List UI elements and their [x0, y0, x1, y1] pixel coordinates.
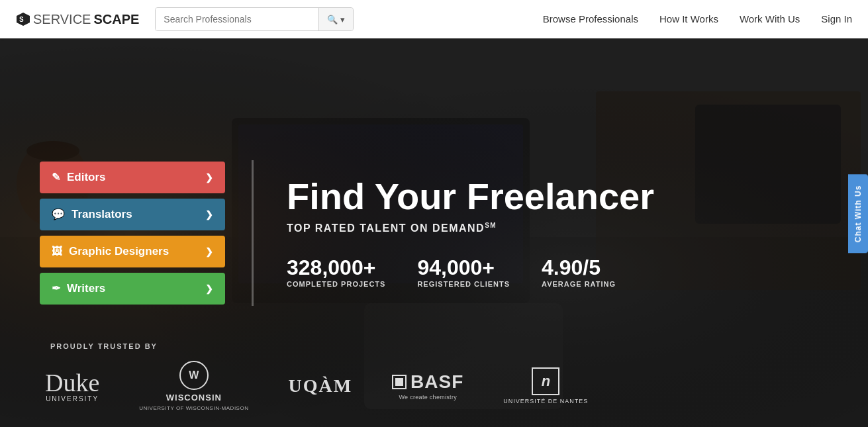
writers-chevron: ❯ — [205, 283, 213, 294]
nantes-logo: n UNIVERSITÉ DE NANTES — [503, 367, 588, 404]
hero-section: ✎ Editors ❯ 💬 Translators ❯ 🖼 Graphic De… — [0, 38, 868, 427]
editors-chevron: ❯ — [205, 172, 213, 183]
writers-icon: ✒ — [52, 282, 60, 295]
stat-rating-label: AVERAGE RATING — [542, 280, 616, 288]
translators-label: Translators — [72, 208, 132, 221]
trusted-section: PROUDLY TRUSTED BY Duke UNIVERSITY W WIS… — [0, 332, 868, 427]
category-writers-button[interactable]: ✒ Writers ❯ — [40, 273, 225, 305]
nav-sign-in[interactable]: Sign In — [821, 13, 852, 24]
stats-container: 328,000+ COMPLETED PROJECTS 94,000+ REGI… — [287, 256, 654, 288]
category-translators-button[interactable]: 💬 Translators ❯ — [40, 199, 225, 230]
search-dropdown-icon: ▾ — [340, 15, 345, 24]
uqam-logo: UQÀM — [288, 375, 352, 397]
designers-chevron: ❯ — [205, 246, 213, 257]
stat-clients-number: 94,000+ — [417, 256, 510, 280]
designers-label: Graphic Designers — [69, 245, 169, 258]
editors-label: Editors — [67, 171, 106, 184]
category-designers-button[interactable]: 🖼 Graphic Designers ❯ — [40, 236, 225, 267]
stat-completed-number: 328,000+ — [287, 256, 385, 280]
logo-icon: S — [16, 12, 30, 26]
logo[interactable]: S SERVICESCAPE — [16, 12, 139, 27]
category-editors-button[interactable]: ✎ Editors ❯ — [40, 162, 225, 193]
chat-button[interactable]: Chat With Us — [848, 174, 868, 253]
designers-icon: 🖼 — [52, 246, 62, 258]
search-icon: 🔍 — [327, 15, 338, 24]
translators-chevron: ❯ — [205, 209, 213, 220]
translators-icon: 💬 — [52, 208, 65, 220]
basf-logo: BASF We create chemistry — [392, 371, 463, 401]
stat-completed-label: COMPLETED PROJECTS — [287, 280, 385, 288]
search-input[interactable] — [156, 8, 318, 30]
writers-label: Writers — [67, 282, 105, 295]
stat-clients-label: REGISTERED CLIENTS — [417, 280, 510, 288]
stat-completed: 328,000+ COMPLETED PROJECTS — [287, 256, 385, 288]
hero-subtitle: TOP RATED TALENT ON DEMANDSM — [287, 222, 654, 234]
stat-clients: 94,000+ REGISTERED CLIENTS — [417, 256, 510, 288]
nav-links: Browse Professionals How It Works Work W… — [543, 13, 852, 25]
trusted-logos: Duke UNIVERSITY W WISCONSIN UNIVERSITY O… — [40, 361, 828, 411]
search-container: 🔍 ▾ — [155, 7, 354, 31]
trusted-label: PROUDLY TRUSTED BY — [40, 342, 158, 350]
hero-divider — [252, 160, 254, 306]
logo-service: SERVICE — [33, 12, 91, 27]
hero-text: Find Your Freelancer TOP RATED TALENT ON… — [287, 177, 654, 288]
category-list: ✎ Editors ❯ 💬 Translators ❯ 🖼 Graphic De… — [40, 162, 225, 305]
svg-text:S: S — [19, 16, 24, 23]
editors-icon: ✎ — [52, 171, 60, 183]
wisconsin-logo: W WISCONSIN UNIVERSITY OF WISCONSIN-MADI… — [139, 361, 248, 411]
stat-rating-number: 4.90/5 — [542, 256, 616, 280]
nav-browse[interactable]: Browse Professionals — [543, 13, 638, 24]
hero-title: Find Your Freelancer — [287, 177, 654, 216]
nav-work-with-us[interactable]: Work With Us — [740, 13, 800, 24]
stat-rating: 4.90/5 AVERAGE RATING — [542, 256, 616, 288]
search-button[interactable]: 🔍 ▾ — [318, 8, 353, 30]
duke-logo: Duke UNIVERSITY — [45, 370, 99, 403]
navbar: S SERVICESCAPE 🔍 ▾ Browse Professionals … — [0, 0, 868, 38]
nav-how-it-works[interactable]: How It Works — [659, 13, 718, 24]
logo-scape: SCAPE — [93, 12, 139, 27]
